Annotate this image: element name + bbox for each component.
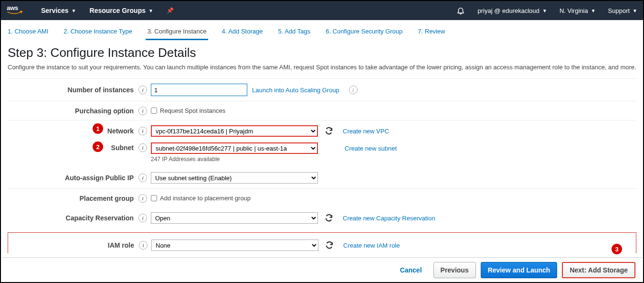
placement-checkbox-label[interactable]: Add instance to placement group (151, 195, 251, 202)
info-icon[interactable]: i (138, 143, 147, 152)
subnet-helper: 247 IP Addresses available (151, 156, 220, 163)
auto-assign-ip-select[interactable]: Use subnet setting (Enable) (151, 172, 318, 184)
iam-select[interactable]: None (151, 239, 318, 251)
refresh-icon[interactable] (325, 127, 333, 135)
spot-checkbox[interactable] (151, 108, 157, 114)
row-network: 1 Network i vpc-0f137be1214ceda16 | Priy… (8, 120, 636, 142)
info-icon[interactable]: i (139, 241, 148, 250)
wizard-steps: 1. Choose AMI 2. Choose Instance Type 3.… (1, 20, 643, 41)
iam-section: IAM role i None Create new IAM role (8, 232, 636, 253)
create-vpc-link[interactable]: Create new VPC (343, 128, 389, 135)
info-icon[interactable]: i (138, 214, 147, 222)
info-icon[interactable]: i (138, 86, 147, 94)
pin-icon[interactable]: 📌 (167, 7, 174, 14)
step-review[interactable]: 7. Review (416, 24, 447, 40)
nav-region[interactable]: N. Virginia ▼ (560, 7, 596, 14)
label-network: Network (107, 127, 134, 135)
chevron-down-icon: ▼ (633, 8, 637, 13)
nav-support[interactable]: Support ▼ (608, 7, 637, 14)
row-purchasing-option: Purchasing option i Request Spot instanc… (8, 101, 636, 120)
nav-support-label: Support (608, 7, 630, 14)
page-title: Step 3: Configure Instance Details (8, 45, 636, 60)
label-purchasing-option: Purchasing option (75, 107, 134, 115)
info-icon[interactable]: i (138, 127, 147, 135)
step-add-storage[interactable]: 4. Add Storage (220, 24, 264, 40)
info-icon[interactable]: i (138, 107, 147, 115)
nav-services-label: Services (41, 7, 69, 14)
next-add-storage-button[interactable]: Next: Add Storage (562, 262, 635, 278)
main-scroll[interactable]: Step 3: Configure Instance Details Confi… (1, 41, 643, 253)
nav-account[interactable]: priyaj @ edurekacloud ▼ (477, 7, 547, 14)
label-placement-group: Placement group (79, 195, 134, 202)
chevron-down-icon: ▼ (148, 8, 153, 13)
row-capacity-reservation: Capacity Reservation i Open Create new C… (8, 207, 636, 229)
label-subnet: Subnet (111, 144, 134, 152)
spot-checkbox-text: Request Spot instances (160, 107, 225, 114)
chevron-down-icon: ▼ (72, 8, 76, 13)
refresh-icon[interactable] (325, 241, 334, 250)
chevron-down-icon: ▼ (591, 8, 596, 13)
create-iam-link[interactable]: Create new IAM role (343, 242, 400, 249)
refresh-icon[interactable] (325, 214, 333, 222)
label-auto-assign-ip: Auto-assign Public IP (65, 174, 134, 182)
capacity-select[interactable]: Open (151, 212, 318, 224)
aws-logo[interactable]: aws (7, 4, 28, 17)
step-configure-instance[interactable]: 3. Configure Instance (146, 24, 209, 40)
info-icon[interactable]: i (138, 174, 147, 182)
label-capacity-reservation: Capacity Reservation (66, 214, 134, 222)
subnet-select[interactable]: subnet-02f498e16fd56c277 | public | us-e… (151, 142, 318, 154)
nav-account-label: priyaj @ edurekacloud (477, 7, 539, 14)
step-add-tags[interactable]: 5. Add Tags (276, 24, 312, 40)
info-icon[interactable]: i (349, 86, 358, 94)
spot-checkbox-label[interactable]: Request Spot instances (151, 107, 225, 114)
footer: Cancel Previous Review and Launch Next: … (2, 257, 642, 282)
review-launch-button[interactable]: Review and Launch (481, 262, 558, 278)
number-of-instances-input[interactable] (151, 84, 247, 96)
row-auto-assign-ip: Auto-assign Public IP i Use subnet setti… (8, 167, 636, 188)
nav-services[interactable]: Services ▼ (41, 7, 76, 14)
nav-region-label: N. Virginia (560, 7, 588, 14)
chevron-down-icon: ▼ (542, 8, 547, 13)
info-icon[interactable]: i (138, 194, 147, 203)
cancel-button[interactable]: Cancel (393, 262, 429, 278)
top-nav: aws Services ▼ Resource Groups ▼ 📌 priya… (1, 1, 643, 20)
step-choose-instance-type[interactable]: 2. Choose Instance Type (62, 24, 134, 40)
row-subnet: 2 Subnet i subnet-02f498e16fd56c277 | pu… (8, 142, 636, 167)
row-number-of-instances: Number of instances i Launch into Auto S… (8, 78, 636, 101)
create-capacity-link[interactable]: Create new Capacity Reservation (343, 215, 435, 222)
page-desc: Configure the instance to suit your requ… (8, 63, 636, 72)
placement-checkbox-text: Add instance to placement group (160, 195, 251, 202)
placement-checkbox[interactable] (151, 195, 157, 201)
row-iam-role: IAM role i None Create new IAM role (8, 235, 636, 253)
step-security-group[interactable]: 6. Configure Security Group (324, 24, 404, 40)
previous-button[interactable]: Previous (433, 262, 476, 278)
bell-icon[interactable] (456, 6, 465, 15)
step-choose-ami[interactable]: 1. Choose AMI (6, 24, 50, 40)
label-iam-role: IAM role (108, 241, 134, 249)
row-placement-group: Placement group i Add instance to placem… (8, 188, 636, 207)
launch-asg-link[interactable]: Launch into Auto Scaling Group (252, 87, 339, 94)
create-subnet-link[interactable]: Create new subnet (345, 145, 397, 152)
nav-resource-groups[interactable]: Resource Groups ▼ (90, 7, 153, 14)
label-number-of-instances: Number of instances (68, 86, 134, 94)
main: Step 3: Configure Instance Details Confi… (1, 41, 643, 253)
svg-text:aws: aws (7, 4, 18, 11)
nav-resource-groups-label: Resource Groups (90, 7, 146, 14)
network-select[interactable]: vpc-0f137be1214ceda16 | Priyajdm (151, 125, 318, 137)
